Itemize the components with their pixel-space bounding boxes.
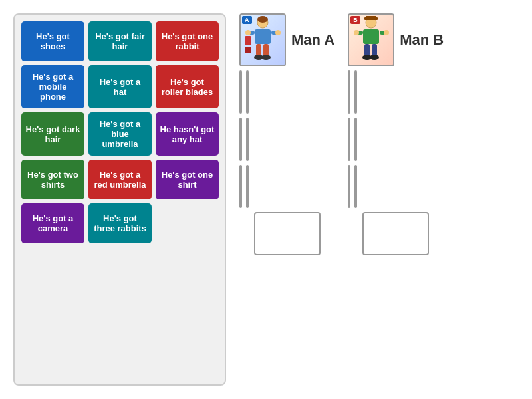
svg-rect-15 <box>366 16 376 19</box>
card-shoes[interactable]: He's got shoes <box>21 21 84 61</box>
word-panel: He's got shoes He's got fair hair He's g… <box>13 13 226 386</box>
man-b-drop-3[interactable] <box>348 118 350 161</box>
man-a-drop-7[interactable] <box>254 212 321 255</box>
svg-rect-22 <box>372 44 377 56</box>
svg-rect-16 <box>363 29 379 44</box>
man-b-drop-6[interactable] <box>354 165 357 208</box>
man-a-drop-6[interactable] <box>246 165 249 208</box>
card-red-umbrella[interactable]: He's got a red umbrella <box>88 160 152 200</box>
card-one-rabbit[interactable]: He's got one rabbit <box>156 21 219 61</box>
man-b-drop-5[interactable] <box>348 165 350 208</box>
card-camera[interactable]: He's got a camera <box>21 203 84 243</box>
man-a-label: Man A <box>291 31 334 49</box>
svg-point-10 <box>261 55 271 60</box>
svg-point-1 <box>257 16 268 23</box>
card-hat[interactable]: He's got a hat <box>88 65 152 108</box>
man-a-block: A <box>239 13 334 255</box>
man-b-drop-4[interactable] <box>354 118 357 161</box>
man-a-badge: A <box>242 16 252 24</box>
card-fair-hair[interactable]: He's got fair hair <box>88 21 152 61</box>
card-dark-hair[interactable]: He's got dark hair <box>21 112 84 156</box>
man-a-drop-4[interactable] <box>246 118 249 161</box>
man-b-badge: B <box>350 16 360 24</box>
svg-point-5 <box>245 30 251 35</box>
right-panel: A <box>239 13 519 386</box>
man-b-drop-2[interactable] <box>354 70 357 114</box>
man-b-image: B <box>348 13 394 66</box>
svg-point-24 <box>370 55 379 60</box>
svg-point-6 <box>275 30 281 35</box>
card-one-shirt[interactable]: He's got one shirt <box>156 160 219 200</box>
card-no-hat[interactable]: He hasn't got any hat <box>156 112 219 156</box>
man-b-block: B <box>348 13 444 255</box>
man-b-drop-1[interactable] <box>348 70 350 114</box>
man-a-drop-1[interactable] <box>239 70 242 114</box>
svg-point-20 <box>384 30 389 35</box>
card-two-shirts[interactable]: He's got two shirts <box>21 160 84 200</box>
man-a-drop-2[interactable] <box>246 70 249 114</box>
svg-rect-12 <box>245 47 251 53</box>
man-b-drop-7[interactable] <box>362 212 429 255</box>
man-a-drop-5[interactable] <box>239 165 242 208</box>
svg-rect-11 <box>245 36 251 45</box>
card-three-rabbits[interactable]: He's got three rabbits <box>88 203 152 243</box>
svg-rect-8 <box>263 44 269 56</box>
man-a-image: A <box>239 13 286 66</box>
svg-rect-2 <box>255 29 271 44</box>
svg-point-19 <box>354 30 359 35</box>
card-mobile[interactable]: He's got a mobile phone <box>21 65 84 108</box>
svg-rect-21 <box>364 44 370 56</box>
card-blue-umbrella[interactable]: He's got a blue umbrella <box>88 112 152 156</box>
man-b-label: Man B <box>400 31 444 49</box>
svg-rect-7 <box>256 44 261 56</box>
card-roller[interactable]: He's got roller blades <box>156 65 219 108</box>
man-a-drop-3[interactable] <box>239 118 242 161</box>
